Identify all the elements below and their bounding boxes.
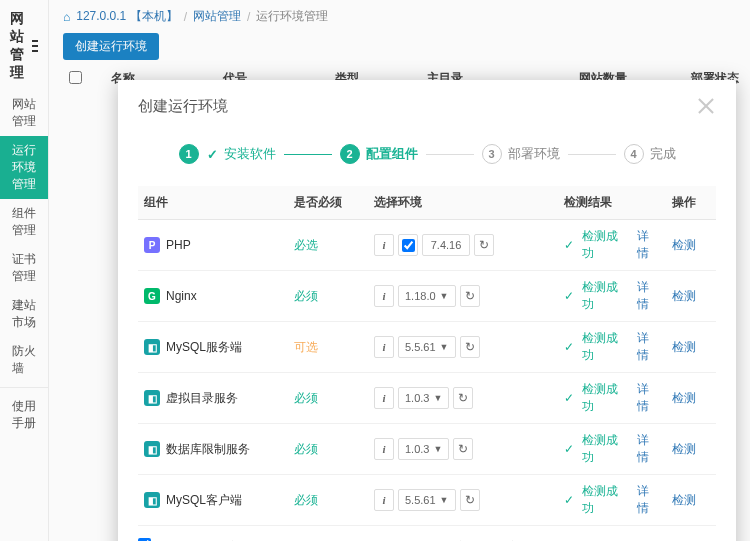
required-label: 必须 (294, 442, 318, 456)
info-icon[interactable]: i (374, 387, 394, 409)
required-label: 可选 (294, 340, 318, 354)
step-label: 安装软件 (224, 145, 276, 163)
refresh-icon[interactable]: ↻ (460, 285, 480, 307)
success-icon: ✓ (564, 238, 574, 252)
create-env-modal: 创建运行环境 1✓安装软件2配置组件3部署环境4完成 组件 是否必须 选择环境 … (118, 80, 736, 541)
th-required: 是否必须 (288, 186, 368, 220)
th-op: 操作 (666, 186, 716, 220)
result-text: 检测成功 (582, 330, 629, 364)
info-icon[interactable]: i (374, 489, 394, 511)
step-label: 部署环境 (508, 145, 560, 163)
version-select[interactable]: 1.18.0▼ (398, 285, 456, 307)
detail-link[interactable]: 详情 (637, 432, 660, 466)
refresh-icon[interactable]: ↻ (453, 387, 473, 409)
component-name: PHP (166, 238, 191, 252)
info-icon[interactable]: i (374, 285, 394, 307)
refresh-icon[interactable]: ↻ (460, 336, 480, 358)
step-number: 1 (179, 144, 199, 164)
result-text: 检测成功 (582, 432, 629, 466)
required-label: 必须 (294, 391, 318, 405)
component-name: 虚拟目录服务 (166, 390, 238, 407)
step-number: 4 (624, 144, 644, 164)
wizard-step: 3部署环境 (482, 144, 560, 164)
table-row: ◧虚拟目录服务必须i1.0.3▼↻✓检测成功详情检测 (138, 373, 716, 424)
info-icon[interactable]: i (374, 336, 394, 358)
wizard-steps: 1✓安装软件2配置组件3部署环境4完成 (138, 130, 716, 186)
table-row: ◧MySQL客户端必须i5.5.61▼↻✓检测成功详情检测 (138, 475, 716, 526)
success-icon: ✓ (564, 391, 574, 405)
refresh-icon[interactable]: ↻ (453, 438, 473, 460)
success-icon: ✓ (564, 340, 574, 354)
table-row: ◧数据库限制服务必须i1.0.3▼↻✓检测成功详情检测 (138, 424, 716, 475)
detail-link[interactable]: 详情 (637, 279, 660, 313)
detect-link[interactable]: 检测 (672, 442, 696, 456)
component-name: 数据库限制服务 (166, 441, 250, 458)
wizard-step: 1✓安装软件 (179, 144, 276, 164)
th-component: 组件 (138, 186, 288, 220)
detect-link[interactable]: 检测 (672, 289, 696, 303)
info-icon[interactable]: i (374, 234, 394, 256)
detect-link[interactable]: 检测 (672, 238, 696, 252)
wizard-step: 2配置组件 (340, 144, 418, 164)
required-label: 必须 (294, 493, 318, 507)
success-icon: ✓ (564, 289, 574, 303)
modal-title: 创建运行环境 (138, 97, 228, 116)
version-select[interactable]: 1.0.3▼ (398, 387, 449, 409)
version-select[interactable]: 1.0.3▼ (398, 438, 449, 460)
result-text: 检测成功 (582, 279, 629, 313)
detail-link[interactable]: 详情 (637, 483, 660, 517)
success-icon: ✓ (564, 493, 574, 507)
th-env: 选择环境 (368, 186, 558, 220)
version-checkbox[interactable] (398, 234, 418, 256)
version-select[interactable]: 5.5.61▼ (398, 489, 456, 511)
detect-link[interactable]: 检测 (672, 493, 696, 507)
component-icon: ◧ (144, 492, 160, 508)
refresh-icon[interactable]: ↻ (460, 489, 480, 511)
required-label: 必选 (294, 238, 318, 252)
component-table: 组件 是否必须 选择环境 检测结果 操作 PPHP必选i7.4.16↻✓检测成功… (138, 186, 716, 526)
success-icon: ✓ (564, 442, 574, 456)
step-label: 完成 (650, 145, 676, 163)
component-icon: P (144, 237, 160, 253)
component-name: Nginx (166, 289, 197, 303)
component-name: MySQL客户端 (166, 492, 242, 509)
check-icon: ✓ (207, 147, 218, 162)
version-select[interactable]: 7.4.16 (422, 234, 470, 256)
detect-link[interactable]: 检测 (672, 340, 696, 354)
close-icon[interactable] (696, 96, 716, 116)
step-number: 2 (340, 144, 360, 164)
refresh-icon[interactable]: ↻ (474, 234, 494, 256)
component-name: MySQL服务端 (166, 339, 242, 356)
step-label: 配置组件 (366, 145, 418, 163)
detail-link[interactable]: 详情 (637, 381, 660, 415)
result-text: 检测成功 (582, 483, 629, 517)
result-text: 检测成功 (582, 228, 629, 262)
table-row: PPHP必选i7.4.16↻✓检测成功详情检测 (138, 220, 716, 271)
step-number: 3 (482, 144, 502, 164)
table-row: GNginx必须i1.18.0▼↻✓检测成功详情检测 (138, 271, 716, 322)
result-text: 检测成功 (582, 381, 629, 415)
required-label: 必须 (294, 289, 318, 303)
detail-link[interactable]: 详情 (637, 330, 660, 364)
detail-link[interactable]: 详情 (637, 228, 660, 262)
wizard-step: 4完成 (624, 144, 676, 164)
table-row: ◧MySQL服务端可选i5.5.61▼↻✓检测成功详情检测 (138, 322, 716, 373)
info-icon[interactable]: i (374, 438, 394, 460)
version-select[interactable]: 5.5.61▼ (398, 336, 456, 358)
component-icon: ◧ (144, 339, 160, 355)
detect-link[interactable]: 检测 (672, 391, 696, 405)
component-icon: ◧ (144, 390, 160, 406)
th-result: 检测结果 (558, 186, 666, 220)
component-icon: G (144, 288, 160, 304)
component-icon: ◧ (144, 441, 160, 457)
